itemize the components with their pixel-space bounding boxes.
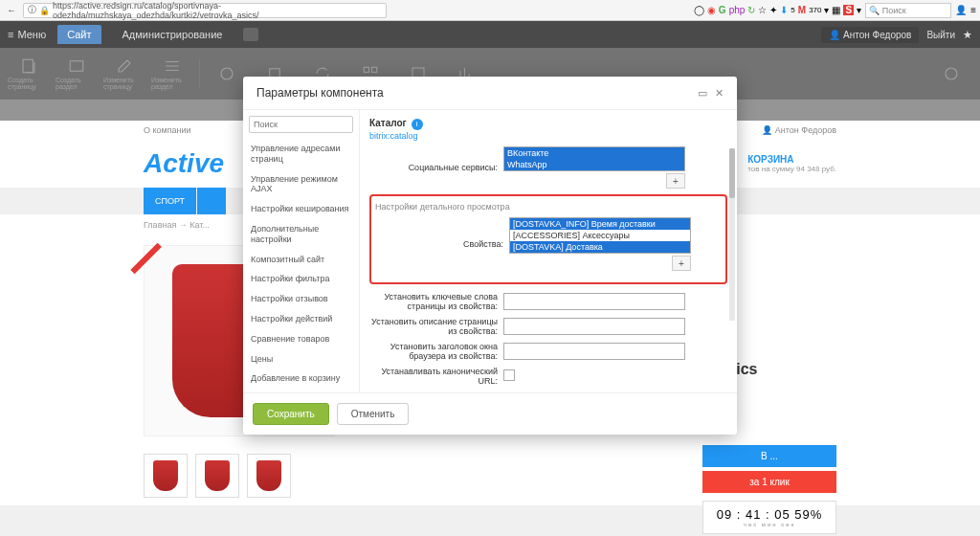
profile-icon[interactable]: 👤 <box>955 5 967 15</box>
extension-icons: ◯ ◉ G php ↻ ☆ ✦ ⬇ 5 M 370 ▾ ▦ S ▾ <box>694 5 861 15</box>
countdown-timer: 09 : 41 : 05 59% час мин сек <box>702 501 836 534</box>
modal-footer: Сохранить Отменить <box>243 392 737 435</box>
product-thumb[interactable] <box>144 454 188 498</box>
browser-search[interactable]: 🔍 Поиск <box>865 3 951 18</box>
component-header: Каталог i bitrix:catalog <box>369 118 727 141</box>
add-button[interactable]: + <box>666 173 685 189</box>
social-select[interactable]: ВКонтакте WhatsApp <box>503 146 685 171</box>
wintitle-select[interactable] <box>503 343 685 360</box>
component-id[interactable]: bitrix:catalog <box>369 131 418 141</box>
star-icon[interactable]: ☆ <box>758 5 767 15</box>
exit-link[interactable]: Выйти <box>926 30 955 40</box>
create-page-icon[interactable]: Создать страницу <box>8 53 50 95</box>
menu-button[interactable]: ≡ Меню <box>8 29 46 40</box>
sidebar-list[interactable]: Управление адресами страницУправление ре… <box>243 139 359 392</box>
select-option[interactable]: WhatsApp <box>504 159 684 170</box>
add-button[interactable]: + <box>672 256 691 271</box>
svg-rect-1 <box>70 61 83 72</box>
cancel-button[interactable]: Отменить <box>337 403 410 425</box>
sidebar-search-input[interactable] <box>249 116 353 133</box>
select-option[interactable]: [DOSTAVKA] Доставка <box>510 241 690 253</box>
gmail-icon[interactable]: M <box>798 5 806 15</box>
add-to-basket-button[interactable]: В ... <box>702 445 836 467</box>
nav-item[interactable]: СПОРТ <box>144 188 196 214</box>
field-keywords: Установить ключевые слова страницы из св… <box>369 292 727 311</box>
one-click-button[interactable]: за 1 клик <box>702 471 836 493</box>
modal-title-text: Параметры компонента <box>256 86 384 100</box>
seo-icon[interactable] <box>206 53 248 95</box>
ext-icon[interactable]: ▦ <box>832 5 840 15</box>
sidebar-item[interactable]: Дополнительные настройки <box>243 219 359 250</box>
info-icon: ⓘ <box>28 4 36 16</box>
field-social: Социальные сервисы: ВКонтакте WhatsApp + <box>369 146 727 189</box>
ext-icon[interactable]: ▾ <box>857 5 861 15</box>
header-link[interactable]: О компании <box>144 125 191 135</box>
field-label: Свойства: <box>375 239 503 249</box>
select-option[interactable]: [ACCESSORIES] Аксессуары <box>510 230 690 241</box>
ext-icon[interactable]: ◯ <box>694 5 704 15</box>
user-badge[interactable]: 👤 Антон Федоров <box>821 27 919 43</box>
tab-admin[interactable]: Администрирование <box>113 25 233 44</box>
field-label: Установить ключевые слова страницы из св… <box>369 292 498 311</box>
mail-badge: 370 <box>809 6 821 14</box>
sidebar-item[interactable]: Управление адресами страниц <box>243 139 359 169</box>
close-icon[interactable]: ✕ <box>715 87 724 100</box>
keywords-select[interactable] <box>503 293 685 310</box>
ext-icon[interactable]: php <box>729 5 746 15</box>
star-icon[interactable]: ★ <box>963 29 972 41</box>
download-icon[interactable]: ⬇ <box>780 5 788 15</box>
sidebar-item[interactable]: Сравнение товаров <box>243 329 359 349</box>
maximize-icon[interactable]: ▭ <box>698 87 707 100</box>
product-thumb[interactable] <box>247 454 291 498</box>
sidebar-item[interactable]: Настройки отзывов <box>243 289 359 309</box>
field-label: Устанавливать канонический URL: <box>369 367 498 386</box>
select-option[interactable]: ВКонтакте <box>504 147 684 159</box>
sidebar-item[interactable]: Цены <box>243 349 359 369</box>
field-label: Установить заголовок окна браузера из св… <box>369 342 498 361</box>
ext-icon[interactable]: ▾ <box>824 5 829 15</box>
menu-icon[interactable]: ≡ <box>970 5 976 15</box>
create-section-icon[interactable]: Создать раздел <box>56 53 98 95</box>
sidebar-item[interactable]: Настройки фильтра <box>243 269 359 289</box>
info-icon[interactable]: i <box>412 119 423 130</box>
sidebar-item[interactable]: Управление режимом AJAX <box>243 169 359 200</box>
svg-rect-5 <box>372 67 377 72</box>
field-description: Установить описание страницы из свойства… <box>369 317 727 336</box>
nav-item[interactable] <box>197 188 226 214</box>
sidebar-item[interactable]: Настройки TOP'а <box>243 389 359 392</box>
site-logo[interactable]: Active <box>144 148 224 179</box>
browser-chrome: ← ⓘ 🔒 https://active.redsign.ru/catalog/… <box>0 0 980 21</box>
svg-rect-0 <box>23 59 33 73</box>
save-button[interactable]: Сохранить <box>253 403 329 425</box>
component-params-modal: Параметры компонента ▭ ✕ Управление адре… <box>243 77 737 435</box>
sidebar-item[interactable]: Добавление в корзину <box>243 368 359 389</box>
debug-icon[interactable] <box>930 53 972 95</box>
toggle-icon[interactable] <box>243 28 258 41</box>
url-bar[interactable]: ⓘ 🔒 https://active.redsign.ru/catalog/sp… <box>23 3 387 18</box>
sidebar-item[interactable]: Настройки действий <box>243 309 359 329</box>
edit-page-icon[interactable]: Изменить страницу <box>103 53 145 95</box>
sidebar-item[interactable]: Композитный сайт <box>243 250 359 270</box>
select-option[interactable]: [DOSTAVKA_INFO] Время доставки <box>510 218 690 230</box>
admin-toolbar: ≡ Меню Сайт Администрирование 👤 Антон Фе… <box>0 21 980 48</box>
ext-icon[interactable]: ◉ <box>707 5 716 15</box>
svg-rect-4 <box>364 67 368 72</box>
header-user[interactable]: 👤 Антон Федоров <box>762 125 836 135</box>
edit-section-icon[interactable]: Изменить раздел <box>151 53 193 95</box>
back-icon[interactable]: ← <box>4 3 19 18</box>
sale-ribbon <box>130 243 162 275</box>
ext-icon[interactable]: S <box>843 5 854 15</box>
content-scrollbar[interactable] <box>729 148 735 321</box>
tab-site[interactable]: Сайт <box>57 25 100 44</box>
properties-select[interactable]: [DOSTAVKA_INFO] Время доставки[ACCESSORI… <box>509 217 691 254</box>
field-label: Установить описание страницы из свойства… <box>369 317 498 336</box>
sidebar-item[interactable]: Настройки кеширования <box>243 199 359 219</box>
description-select[interactable] <box>503 318 685 335</box>
canonical-checkbox[interactable] <box>503 369 515 381</box>
ext-icon[interactable]: G <box>719 5 726 15</box>
basket-widget[interactable]: КОРЗИНА тов на сумму 94 348 руб. <box>747 154 836 173</box>
product-thumb[interactable] <box>195 454 239 498</box>
section-title: Настройки детального просмотра <box>375 200 722 213</box>
ext-icon[interactable]: ✦ <box>769 5 777 15</box>
ext-icon[interactable]: ↻ <box>747 5 755 15</box>
